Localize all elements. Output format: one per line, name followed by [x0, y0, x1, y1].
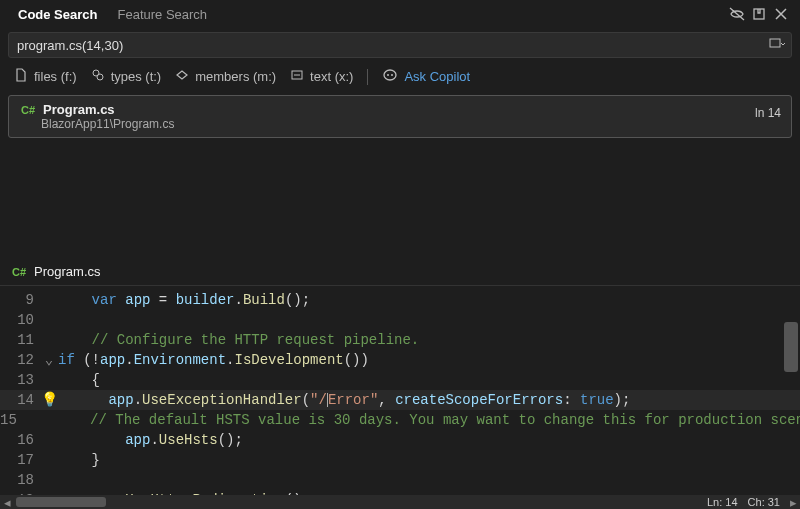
filter-members[interactable]: members (m:)	[175, 68, 276, 85]
copilot-icon	[382, 68, 398, 85]
gutter-line-number: 11	[0, 330, 40, 350]
lightbulb-icon[interactable]: 💡	[40, 390, 58, 410]
types-icon	[91, 68, 105, 85]
filter-row: files (f:) types (t:) members (m:) text …	[0, 62, 800, 91]
gutter-line-number: 17	[0, 450, 40, 470]
scroll-right-arrow[interactable]: ▸	[786, 495, 800, 510]
editor-filename: Program.cs	[34, 264, 100, 279]
csharp-icon: C#	[10, 266, 28, 278]
members-icon	[175, 68, 189, 85]
status-col: Ch: 31	[748, 496, 780, 508]
gutter-line-number: 9	[0, 290, 40, 310]
close-icon[interactable]	[770, 3, 792, 25]
gutter-line-number: 18	[0, 470, 40, 490]
filter-members-label: members (m:)	[195, 69, 276, 84]
tab-feature-search[interactable]: Feature Search	[107, 3, 217, 26]
search-row	[8, 32, 792, 58]
text-icon	[290, 68, 304, 85]
svg-point-3	[97, 74, 103, 80]
gutter-line-number: 13	[0, 370, 40, 390]
scroll-left-arrow[interactable]: ◂	[0, 495, 14, 510]
filter-types-label: types (t:)	[111, 69, 162, 84]
filter-text-label: text (x:)	[310, 69, 353, 84]
filter-files-label: files (f:)	[34, 69, 77, 84]
svg-point-5	[384, 70, 396, 80]
svg-rect-0	[754, 9, 764, 19]
status-line: Ln: 14	[707, 496, 738, 508]
vertical-scrollbar[interactable]	[784, 322, 798, 372]
filter-types[interactable]: types (t:)	[91, 68, 162, 85]
fold-icon[interactable]: ⌄	[40, 350, 58, 370]
ask-copilot[interactable]: Ask Copilot	[382, 68, 470, 85]
horizontal-scrollbar[interactable]: ◂ ▸ Ln: 14 Ch: 31	[0, 495, 800, 509]
editor-header: C# Program.cs	[0, 258, 800, 285]
gutter-line-number: 16	[0, 430, 40, 450]
gutter-line-number: 15	[0, 410, 23, 430]
result-path: BlazorApp11\Program.cs	[41, 117, 781, 131]
tab-code-search[interactable]: Code Search	[8, 3, 107, 26]
svg-rect-1	[770, 39, 780, 47]
status-bar: Ln: 14 Ch: 31	[707, 495, 780, 509]
search-result[interactable]: C# Program.cs BlazorApp11\Program.cs ln …	[8, 95, 792, 138]
result-title: Program.cs	[43, 102, 115, 117]
search-dropdown-icon[interactable]	[768, 36, 786, 54]
tabs-header: Code Search Feature Search	[0, 0, 800, 28]
code-editor[interactable]: 9 var app = builder.Build(); 10 11 // Co…	[0, 285, 800, 471]
file-icon	[14, 68, 28, 85]
result-line-label: ln 14	[755, 106, 781, 120]
preview-toggle-icon[interactable]	[726, 3, 748, 25]
svg-point-7	[391, 74, 393, 76]
svg-point-6	[387, 74, 389, 76]
filter-files[interactable]: files (f:)	[14, 68, 77, 85]
pin-icon[interactable]	[748, 3, 770, 25]
gutter-line-number: 10	[0, 310, 40, 330]
search-input[interactable]	[8, 32, 792, 58]
gutter-line-number: 12	[0, 350, 40, 370]
filter-separator	[367, 69, 368, 85]
filter-text[interactable]: text (x:)	[290, 68, 353, 85]
gutter-line-number: 14	[0, 390, 40, 410]
scroll-thumb[interactable]	[16, 497, 106, 507]
csharp-icon: C#	[19, 104, 37, 116]
ask-copilot-label: Ask Copilot	[404, 69, 470, 84]
